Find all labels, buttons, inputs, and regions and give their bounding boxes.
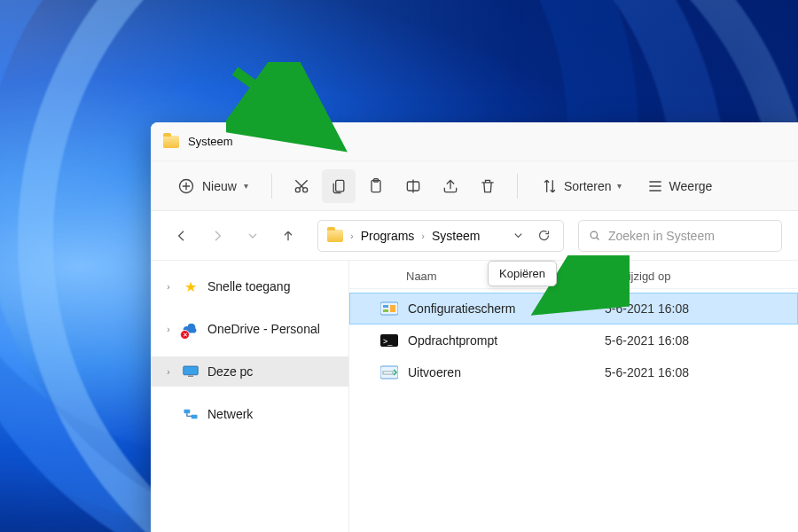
search-icon: [588, 229, 601, 242]
svg-rect-10: [184, 366, 199, 375]
sort-button[interactable]: Sorteren ▾: [530, 169, 632, 203]
svg-rect-11: [188, 376, 193, 378]
control-panel-icon: [379, 300, 399, 317]
folder-icon: [327, 230, 343, 242]
address-bar[interactable]: › Programs › Systeem: [317, 220, 564, 252]
sidebar-item-onedrive[interactable]: › OneDrive - Personal: [151, 314, 348, 344]
svg-rect-5: [336, 180, 344, 192]
view-icon: [646, 177, 664, 195]
share-button[interactable]: [434, 169, 467, 203]
view-label: Weerge: [669, 179, 713, 193]
svg-rect-16: [383, 309, 388, 312]
history-dropdown[interactable]: [238, 221, 268, 251]
column-headers[interactable]: Naam ▴ Gewijzigd op: [349, 261, 798, 289]
folder-icon: [163, 136, 179, 148]
sidebar-item-network[interactable]: › Netwerk: [151, 399, 348, 429]
file-modified: 5-6-2021 16:08: [605, 333, 782, 348]
breadcrumb[interactable]: Systeem: [428, 227, 483, 245]
svg-text:>_: >_: [383, 337, 393, 346]
sidebar-item-label: OneDrive - Personal: [207, 322, 320, 336]
file-row[interactable]: Uitvoeren 5-6-2021 16:08: [349, 356, 798, 388]
search-box[interactable]: [578, 220, 782, 252]
arrow-left-icon: [175, 229, 189, 243]
sort-icon: [541, 177, 559, 195]
refresh-icon[interactable]: [537, 229, 551, 242]
breadcrumb[interactable]: Programs: [357, 227, 419, 245]
clipboard-icon: [367, 177, 385, 195]
file-modified: 5-6-2021 16:08: [605, 365, 782, 379]
expand-icon[interactable]: ›: [163, 325, 174, 334]
tooltip-copy: Kopiëren: [488, 261, 557, 286]
rename-button[interactable]: [396, 169, 430, 203]
chevron-down-icon: ▾: [244, 181, 248, 191]
sidebar-item-this-pc[interactable]: › Deze pc: [151, 356, 348, 387]
file-name: Configuratiescherm: [408, 301, 596, 316]
sidebar-item-quick-access[interactable]: › ★ Snelle toegang: [151, 271, 348, 301]
chevron-down-icon: ▾: [617, 181, 622, 191]
trash-icon: [479, 177, 497, 195]
star-icon: ★: [183, 278, 199, 294]
copy-button[interactable]: [322, 169, 356, 203]
explorer-window: Systeem Kopiëren Nieuw ▾: [151, 122, 798, 532]
chevron-down-icon[interactable]: [512, 229, 525, 242]
plus-circle-icon: [177, 177, 195, 195]
new-label: Nieuw: [202, 179, 237, 193]
scissors-icon: [293, 177, 310, 195]
file-modified: 5-6-2021 16:08: [605, 301, 782, 316]
svg-rect-17: [390, 305, 395, 312]
sidebar-item-label: Deze pc: [207, 364, 253, 379]
cloud-icon: [183, 321, 199, 337]
run-icon: [379, 364, 399, 381]
copy-icon: [330, 177, 348, 195]
svg-rect-15: [383, 305, 388, 308]
rename-icon: [404, 177, 422, 195]
file-pane: Naam ▴ Gewijzigd op Configuratiescherm 5…: [349, 261, 798, 532]
forward-button[interactable]: [202, 221, 232, 251]
file-row[interactable]: Configuratiescherm 5-6-2021 16:08: [349, 293, 798, 325]
cmd-icon: >_: [379, 332, 399, 349]
navigation-row: › Programs › Systeem: [151, 211, 798, 261]
new-button[interactable]: Nieuw ▾: [167, 169, 259, 203]
sidebar-item-label: Netwerk: [207, 407, 253, 421]
monitor-icon: [183, 364, 199, 379]
share-icon: [442, 177, 459, 195]
separator: [517, 174, 518, 199]
arrow-right-icon: [210, 229, 224, 243]
window-title: Systeem: [188, 135, 233, 148]
chevron-down-icon: [246, 229, 260, 243]
view-button[interactable]: Weerge: [636, 169, 724, 203]
expand-icon[interactable]: ›: [163, 367, 174, 377]
svg-point-9: [591, 231, 598, 239]
sidebar-item-label: Snelle toegang: [207, 279, 290, 293]
search-input[interactable]: [608, 229, 772, 243]
svg-point-3: [295, 187, 300, 192]
network-icon: [183, 406, 199, 422]
delete-button[interactable]: [471, 169, 505, 203]
titlebar[interactable]: Systeem: [151, 122, 798, 161]
sort-label: Sorteren: [564, 179, 612, 193]
chevron-right-icon: ›: [350, 231, 354, 241]
svg-rect-12: [184, 410, 191, 414]
svg-rect-13: [192, 415, 198, 419]
sidebar: › ★ Snelle toegang › OneDrive - Personal…: [151, 261, 349, 532]
chevron-right-icon: ›: [421, 231, 425, 241]
back-button[interactable]: [167, 221, 197, 251]
arrow-up-icon: [281, 229, 295, 243]
toolbar: Nieuw ▾ Sorteren ▾ Weerge: [151, 161, 798, 211]
file-name: Uitvoeren: [408, 365, 596, 379]
svg-point-4: [303, 187, 308, 192]
cut-button[interactable]: [285, 169, 318, 203]
error-badge-icon: [180, 330, 190, 340]
file-name: Opdrachtprompt: [408, 333, 596, 348]
svg-rect-21: [383, 372, 393, 374]
separator: [271, 174, 272, 199]
expand-icon[interactable]: ›: [163, 282, 174, 292]
up-button[interactable]: [273, 221, 303, 251]
column-modified[interactable]: Gewijzigd op: [605, 270, 782, 283]
paste-button[interactable]: [359, 169, 393, 203]
file-row[interactable]: >_ Opdrachtprompt 5-6-2021 16:08: [349, 325, 798, 356]
column-name[interactable]: Naam: [406, 270, 437, 283]
